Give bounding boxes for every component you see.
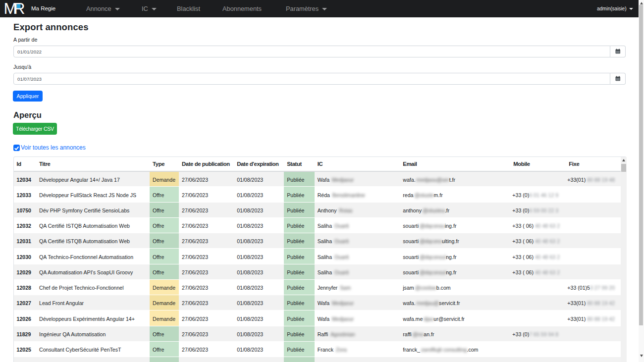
svg-text:R: R: [14, 2, 25, 16]
